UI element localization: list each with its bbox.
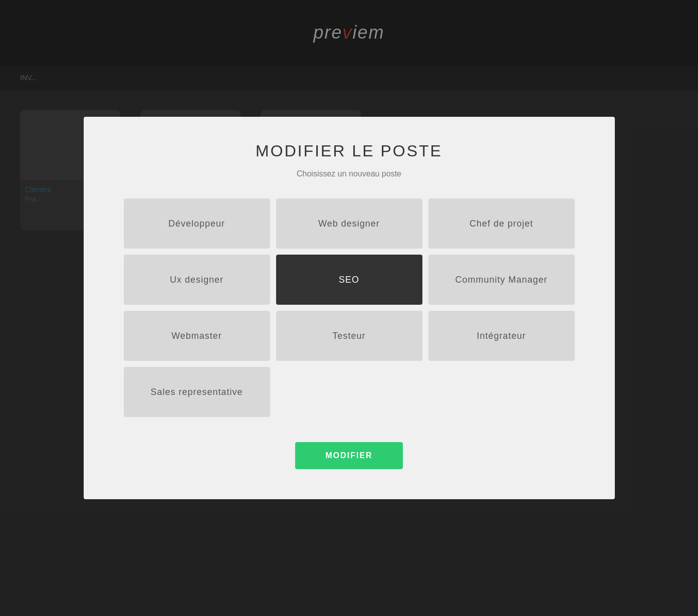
role-btn-developpeur[interactable]: Développeur: [124, 198, 270, 249]
modifier-button[interactable]: MODIFIER: [295, 442, 402, 469]
role-btn-web-designer[interactable]: Web designer: [276, 198, 422, 249]
role-btn-chef-de-projet[interactable]: Chef de projet: [428, 198, 575, 249]
roles-grid: Développeur Web designer Chef de projet …: [124, 198, 575, 417]
role-btn-webmaster[interactable]: Webmaster: [124, 311, 270, 361]
modal-title: MODIFIER LE POSTE: [256, 142, 442, 160]
role-btn-community-manager[interactable]: Community Manager: [428, 255, 575, 305]
modal: MODIFIER LE POSTE Choisissez un nouveau …: [84, 117, 615, 499]
modal-overlay: MODIFIER LE POSTE Choisissez un nouveau …: [0, 0, 698, 616]
role-btn-ux-designer[interactable]: Ux designer: [124, 255, 270, 305]
role-btn-seo[interactable]: SEO: [276, 255, 422, 305]
role-btn-sales-representative[interactable]: Sales representative: [124, 367, 270, 417]
role-btn-integrateur[interactable]: Intégrateur: [428, 311, 575, 361]
modal-subtitle: Choisissez un nouveau poste: [297, 169, 401, 178]
role-btn-testeur[interactable]: Testeur: [276, 311, 422, 361]
